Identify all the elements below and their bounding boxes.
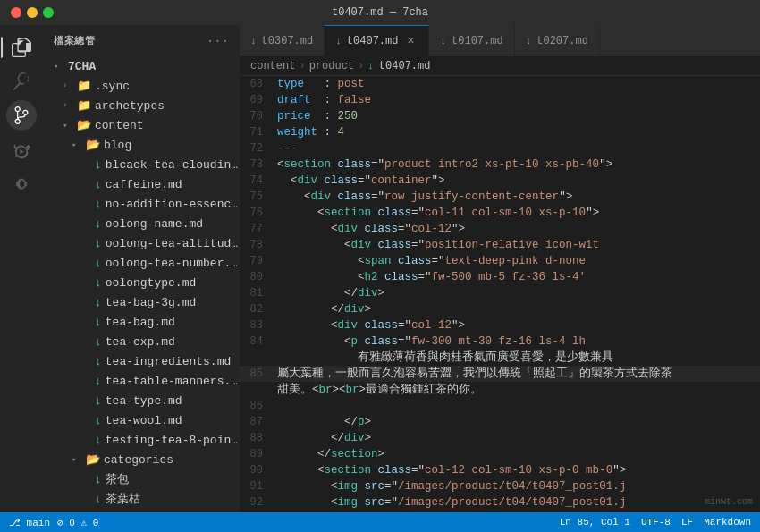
editor-area: ↓ t0307.md ↓ t0407.md × ↓ t0107.md ↓ t02… xyxy=(240,25,760,512)
list-item[interactable]: ↓ tea-bag-3g.md xyxy=(43,292,240,312)
line-number: 86 xyxy=(240,398,277,414)
line-number: 69 xyxy=(240,92,277,108)
line-content: --- xyxy=(277,140,316,156)
file-label: 茶葉枯 xyxy=(106,491,140,507)
search-icon[interactable] xyxy=(6,66,37,97)
file-label: tea-wool.md xyxy=(106,414,182,427)
list-item[interactable]: ↓ tea-table-manners.md xyxy=(43,371,240,391)
code-line-70: 70 price : 250 xyxy=(240,108,760,124)
tab-t0107[interactable]: ↓ t0107.md xyxy=(429,25,514,56)
window-title: t0407.md — 7cha xyxy=(64,6,696,19)
list-item[interactable]: ↓ oolong-name.md xyxy=(43,214,240,233)
line-content: <div class="col-12"> xyxy=(277,317,483,334)
file-label: 茶包 xyxy=(106,471,129,487)
extensions-icon[interactable] xyxy=(6,172,37,202)
list-item[interactable]: ↓ oolong-tea-number.md xyxy=(43,253,240,273)
file-label: tea-type.md xyxy=(106,394,182,408)
file-label: testing-tea-8-points.md xyxy=(106,434,240,447)
line-content: draft : false xyxy=(277,92,389,108)
maximize-button[interactable] xyxy=(43,7,54,18)
list-item[interactable]: ↓ 茶葉枯 xyxy=(43,489,240,509)
statusbar-encoding[interactable]: UTF-8 xyxy=(641,517,671,528)
statusbar-ln-col[interactable]: Ln 85, Col 1 xyxy=(560,517,630,528)
code-line-91: 91 <img src="/images/product/t04/t0407_p… xyxy=(240,478,760,494)
run-debug-icon[interactable] xyxy=(6,138,37,168)
code-line-84b: 有雅緻薄荷香與肉桂香氣而廣受喜愛，是少數兼具 xyxy=(240,350,760,366)
list-item[interactable]: ↓ oolongtype.md xyxy=(43,273,240,292)
line-content: <div class="position-relative icon-wit xyxy=(277,237,617,253)
list-item[interactable]: ↓ testing-tea-8-points.md xyxy=(43,430,240,450)
tab-close-button[interactable]: × xyxy=(403,34,418,48)
sidebar: 檔案總管 ··· ▾ 7CHA › 📁 .sync › 📁 archetypes xyxy=(43,25,240,512)
line-number: 83 xyxy=(240,317,277,334)
sidebar-item-archetypes[interactable]: › 📁 archetypes xyxy=(43,96,240,115)
line-content: </div> xyxy=(277,285,402,301)
expand-arrow-blog: ▾ xyxy=(72,140,86,150)
explorer-icon[interactable] xyxy=(6,32,37,63)
line-content: </section> xyxy=(277,446,402,462)
sidebar-item-blog[interactable]: ▾ 📂 blog xyxy=(43,135,240,155)
tab-t0307[interactable]: ↓ t0307.md xyxy=(240,25,325,56)
minimize-button[interactable] xyxy=(27,7,38,18)
list-item[interactable]: ↓ no-addition-essence-test.md xyxy=(43,194,240,214)
list-item[interactable]: ↓ blcack-tea-clouding.md xyxy=(43,155,240,174)
md-icon: ↓ xyxy=(95,276,102,290)
code-line-76: 76 <section class="col-11 col-sm-10 xs-p… xyxy=(240,205,760,221)
code-line-83: 83 <div class="col-12"> xyxy=(240,317,760,334)
md-icon: ↓ xyxy=(95,355,102,368)
sidebar-header: 檔案總管 ··· xyxy=(43,25,240,56)
md-icon: ↓ xyxy=(95,237,102,250)
sidebar-item-categories[interactable]: ▾ 📂 categories xyxy=(43,450,240,469)
code-line-85b: 甜美。<br><br>最適合獨鍾紅茶的你。 xyxy=(240,382,760,398)
source-control-icon[interactable] xyxy=(6,100,37,131)
line-number: 92 xyxy=(240,494,277,511)
md-icon: ↓ xyxy=(95,394,102,408)
list-item[interactable]: ↓ tea-exp.md xyxy=(43,332,240,351)
statusbar-lineending[interactable]: LF xyxy=(681,517,693,528)
code-editor[interactable]: 68 type : post 69 draft : false 70 price… xyxy=(240,76,760,512)
line-content: </div> xyxy=(277,430,389,446)
line-content: 有雅緻薄荷香與肉桂香氣而廣受喜愛，是少數兼具 xyxy=(277,350,631,366)
list-item[interactable]: ↓ tea-bag.md xyxy=(43,312,240,332)
code-line-92: 92 <img src="/images/product/t04/t0407_p… xyxy=(240,494,760,511)
code-line-89: 89 </section> xyxy=(240,446,760,462)
tab-t0407[interactable]: ↓ t0407.md × xyxy=(325,25,429,56)
line-number: 73 xyxy=(240,156,277,173)
line-number: 76 xyxy=(240,205,277,221)
list-item[interactable]: ↓ tea-wool.md xyxy=(43,410,240,430)
breadcrumb-file-icon: ↓ xyxy=(367,61,374,72)
sidebar-content[interactable]: ▾ 7CHA › 📁 .sync › 📁 archetypes ▾ 📂 cont… xyxy=(43,56,240,512)
file-label: oolongtype.md xyxy=(106,276,196,290)
md-icon: ↓ xyxy=(95,217,102,231)
list-item[interactable]: ↓ oolong-tea-altitude.md xyxy=(43,233,240,253)
list-item[interactable]: ↓ tea-type.md xyxy=(43,391,240,410)
line-content: <img src="/images/product/t04/t0407_post… xyxy=(277,478,644,494)
tabs-bar: ↓ t0307.md ↓ t0407.md × ↓ t0107.md ↓ t02… xyxy=(240,25,760,56)
expand-arrow-archetypes: › xyxy=(63,101,77,110)
statusbar-right: Ln 85, Col 1 UTF-8 LF Markdown xyxy=(560,517,751,528)
line-number: 89 xyxy=(240,446,277,462)
tab-label-t0207: t0207.md xyxy=(536,35,588,47)
tab-t0207[interactable]: ↓ t0207.md xyxy=(515,25,600,56)
line-number: 81 xyxy=(240,285,277,301)
window-controls[interactable] xyxy=(11,7,54,18)
code-line-75: 75 <div class="row justify-content-cente… xyxy=(240,189,760,205)
statusbar-branch[interactable]: ⎇ main xyxy=(9,517,50,528)
tree-root[interactable]: ▾ 7CHA xyxy=(43,56,240,76)
code-line-88: 88 </div> xyxy=(240,430,760,446)
file-label: no-addition-essence-test.md xyxy=(106,198,240,211)
watermark: minwt.com xyxy=(705,497,753,507)
sidebar-item-sync[interactable]: › 📁 .sync xyxy=(43,76,240,96)
list-item[interactable]: ↓ 茶包 xyxy=(43,469,240,489)
expand-arrow-categories: ▾ xyxy=(72,455,86,465)
sidebar-actions[interactable]: ··· xyxy=(207,34,229,48)
sidebar-item-content[interactable]: ▾ 📂 content xyxy=(43,115,240,135)
code-line-80: 80 <h2 class="fw-500 mb-5 fz-36 ls-4' xyxy=(240,269,760,285)
close-button[interactable] xyxy=(11,7,21,18)
list-item[interactable]: ↓ tea-ingredients.md xyxy=(43,351,240,371)
list-item[interactable]: ↓ caffeine.md xyxy=(43,174,240,194)
statusbar-language[interactable]: Markdown xyxy=(704,517,751,528)
archetypes-label: archetypes xyxy=(95,99,165,113)
tab-label-active: t0407.md xyxy=(347,35,399,47)
expand-arrow-sync: › xyxy=(63,81,77,90)
